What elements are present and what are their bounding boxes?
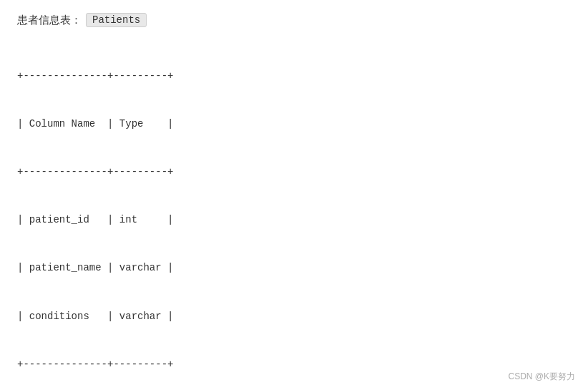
schema-header-row: | Column Name | Type | bbox=[17, 116, 571, 132]
schema-row-2: | patient_name | varchar | bbox=[17, 260, 571, 276]
watermark: CSDN @K要努力 bbox=[508, 371, 575, 383]
schema-border-mid: +--------------+---------+ bbox=[17, 164, 571, 180]
table-label: 患者信息表： bbox=[17, 14, 82, 27]
schema-border-top: +--------------+---------+ bbox=[17, 68, 571, 84]
schema-border-bot: +--------------+---------+ bbox=[17, 356, 571, 372]
header-section: 患者信息表： Patients bbox=[17, 13, 571, 27]
schema-table: +--------------+---------+ | Column Name… bbox=[17, 36, 571, 389]
schema-row-1: | patient_id | int | bbox=[17, 212, 571, 228]
schema-row-3: | conditions | varchar | bbox=[17, 308, 571, 324]
table-name-badge: Patients bbox=[86, 13, 147, 27]
